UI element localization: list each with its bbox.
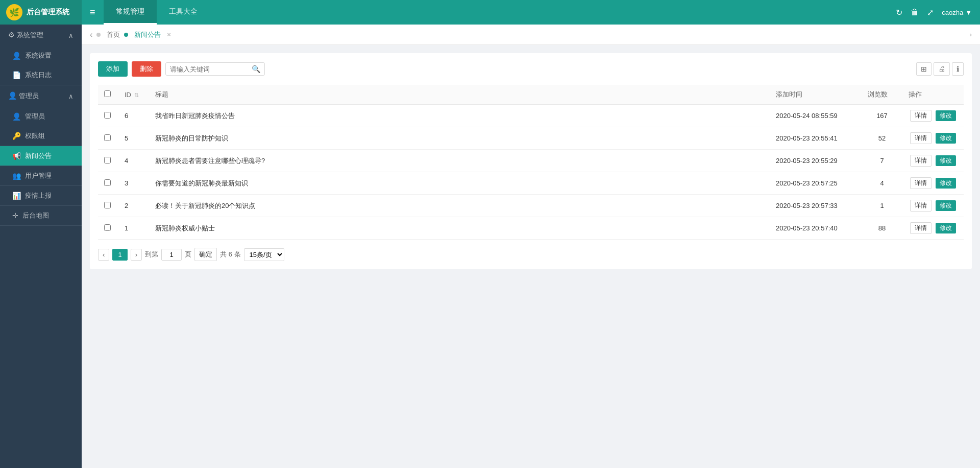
sidebar-item-map[interactable]: ✛ 后台地图 [0,206,82,225]
main-content: 添加 删除 🔍 ⊞ 🖨 ℹ [82,45,980,468]
breadcrumb-news[interactable]: 新闻公告 [134,30,161,39]
sidebar-section-admin: 👤 管理员 ∧ 👤 管理员 🔑 权限组 [0,85,82,146]
sidebar-item-permission[interactable]: 🔑 权限组 [0,126,82,146]
logo-area: 🌿 后台管理系统 [0,0,82,25]
edit-button[interactable]: 修改 [936,133,956,144]
edit-button[interactable]: 修改 [936,200,956,211]
row-time: 2020-05-23 20:57:25 [770,172,862,195]
batch-delete-button[interactable]: 删除 [132,61,161,77]
sidebar-group-admin-label: 👤 管理员 [8,91,39,101]
pagination-next-button[interactable]: › [131,249,142,261]
table-row: 5 新冠肺炎的日常防护知识 2020-05-23 20:55:41 52 详情 … [98,127,964,150]
row-views: 4 [862,172,902,195]
sidebar-item-epidemic[interactable]: 📊 疫情上报 [0,186,82,205]
row-title: 新冠肺炎的日常防护知识 [149,127,770,150]
row-checkbox[interactable] [104,224,111,231]
sort-id-icon[interactable]: ⇅ [134,92,139,98]
column-setting-button[interactable]: ⊞ [916,62,932,76]
sidebar-group-admin[interactable]: 👤 管理员 ∧ [0,85,82,107]
edit-button[interactable]: 修改 [936,110,956,121]
row-checkbox[interactable] [104,157,111,163]
row-time: 2020-05-23 20:57:40 [770,217,862,240]
sidebar-item-system-log[interactable]: 📄 系统日志 [0,65,82,85]
detail-button[interactable]: 详情 [910,155,932,167]
sidebar-item-label: 系统日志 [25,71,52,80]
search-input[interactable] [170,65,252,73]
nav-tab-management[interactable]: 常规管理 [104,0,157,25]
user-menu[interactable]: caozha ▼ [942,9,972,16]
edit-button[interactable]: 修改 [936,178,956,189]
detail-button[interactable]: 详情 [910,200,932,212]
breadcrumb: ‹ 首页 新闻公告 × › [82,25,980,45]
row-checkbox[interactable] [104,112,111,119]
row-actions: 详情 修改 [902,150,964,172]
row-id: 6 [118,105,149,127]
table-header-views: 浏览数 [862,85,902,105]
row-title: 必读！关于新冠肺炎的20个知识点 [149,195,770,217]
pagination-confirm-button[interactable]: 确定 [194,248,217,261]
nav-tab-tools[interactable]: 工具大全 [157,0,210,25]
row-actions: 详情 修改 [902,195,964,217]
detail-button[interactable]: 详情 [910,222,932,234]
row-checkbox[interactable] [104,179,111,186]
key-icon: 🔑 [12,132,21,140]
sidebar-item-label: 用户管理 [25,171,52,180]
pagination-size-select[interactable]: 10条/页 15条/页 20条/页 50条/页 [244,248,284,261]
detail-button[interactable]: 详情 [910,132,932,144]
table-row: 1 新冠肺炎权威小贴士 2020-05-23 20:57:40 88 详情 修改 [98,217,964,240]
row-actions: 详情 修改 [902,217,964,240]
row-id: 2 [118,195,149,217]
pagination-prev-button[interactable]: ‹ [98,249,109,261]
sidebar-section-map: ✛ 后台地图 [0,206,82,226]
toolbar-right: ⊞ 🖨 ℹ [916,62,964,76]
print-button[interactable]: 🖨 [934,62,950,76]
sidebar-group-system-label: ⚙ 系统管理 [8,31,43,40]
admin-icon: 👤 [8,91,17,100]
row-checkbox-cell [98,127,118,150]
main-layout: ⚙ 系统管理 ∧ 👤 系统设置 📄 系统日志 👤 管理员 ∧ [0,25,980,468]
logo-icon: 🌿 [6,4,22,20]
info-button[interactable]: ℹ [952,62,964,76]
table-header-id: ID ⇅ [118,85,149,105]
select-all-checkbox[interactable] [104,90,111,97]
row-actions: 详情 修改 [902,127,964,150]
refresh-icon[interactable]: ↻ [896,8,902,17]
sidebar-item-label: 系统设置 [25,51,52,60]
row-checkbox[interactable] [104,202,111,208]
sidebar-item-label: 权限组 [25,131,45,141]
sidebar-group-system[interactable]: ⚙ 系统管理 ∧ [0,25,82,46]
add-button[interactable]: 添加 [98,61,128,77]
pagination-page-1[interactable]: 1 [112,249,127,261]
row-time: 2020-05-23 20:57:33 [770,195,862,217]
edit-button[interactable]: 修改 [936,223,956,233]
sidebar-item-news[interactable]: 📢 新闻公告 [0,146,82,166]
detail-button[interactable]: 详情 [910,110,932,122]
breadcrumb-prev-icon[interactable]: ‹ [90,30,92,39]
nav-tabs: 常规管理 工具大全 [104,0,210,25]
table-header-checkbox [98,85,118,105]
sidebar-item-system-settings[interactable]: 👤 系统设置 [0,46,82,65]
row-checkbox-cell [98,217,118,240]
fullscreen-icon[interactable]: ⤢ [927,8,934,17]
search-box: 🔍 [165,62,265,76]
pagination-total: 共 6 条 [220,250,240,259]
breadcrumb-next-icon[interactable]: › [970,31,972,38]
chevron-up-icon: ∧ [68,32,74,39]
search-icon[interactable]: 🔍 [252,65,260,73]
sidebar-item-users[interactable]: 👥 用户管理 [0,166,82,185]
content-card: 添加 删除 🔍 ⊞ 🖨 ℹ [90,53,972,269]
row-checkbox-cell [98,172,118,195]
row-checkbox[interactable] [104,134,111,141]
sidebar-item-admin[interactable]: 👤 管理员 [0,107,82,126]
sidebar-item-label: 后台地图 [22,211,49,220]
pagination-page-label: 页 [185,250,191,259]
row-views: 7 [862,150,902,172]
delete-icon[interactable]: 🗑 [911,8,919,17]
breadcrumb-close-icon[interactable]: × [167,31,171,38]
menu-icon[interactable]: ≡ [82,7,104,18]
edit-button[interactable]: 修改 [936,155,956,166]
pagination-goto-input[interactable] [161,249,182,261]
detail-button[interactable]: 详情 [910,177,932,189]
breadcrumb-home[interactable]: 首页 [107,30,120,39]
sidebar-item-label: 新闻公告 [25,151,52,160]
